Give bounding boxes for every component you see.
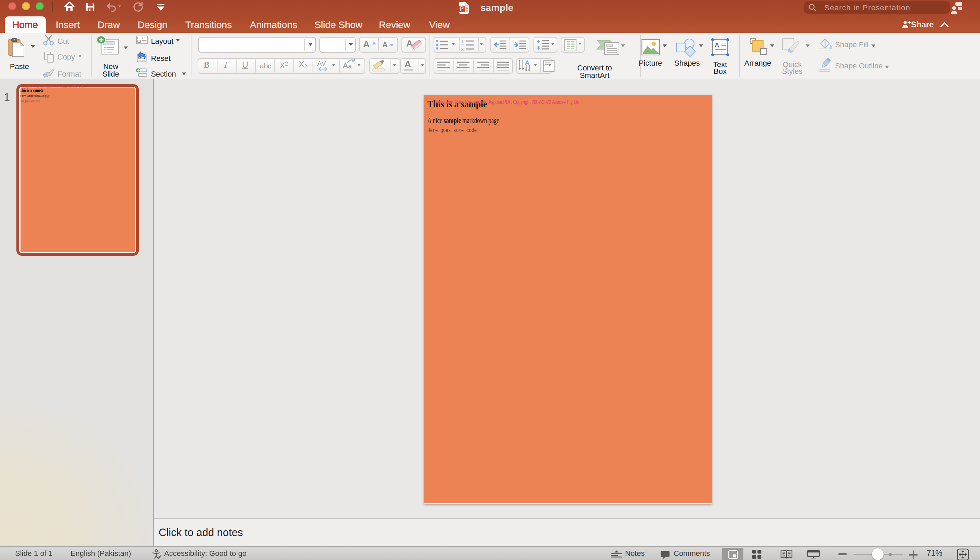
svg-text:P: P (460, 5, 463, 11)
svg-text:A: A (715, 42, 720, 49)
svg-text:A: A (525, 60, 530, 66)
svg-text:3: 3 (461, 47, 464, 51)
